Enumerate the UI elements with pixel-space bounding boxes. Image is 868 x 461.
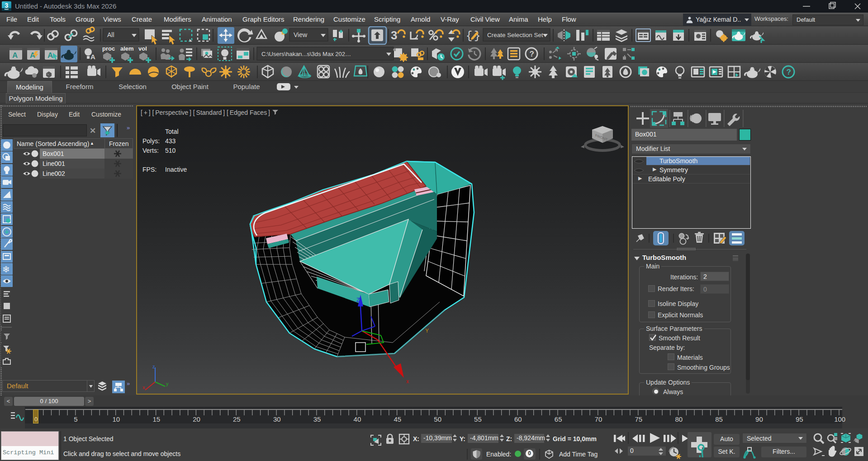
svg-text:vol: vol [138,45,147,52]
svg-text:x: x [406,378,409,385]
svg-text:❄: ❄ [2,264,10,274]
svg-text:95: 95 [796,415,803,423]
svg-text:85: 85 [715,415,723,423]
svg-text:All: All [107,31,114,38]
svg-text:x: x [142,385,145,390]
svg-text:{: { [466,30,472,42]
svg-text:50: 50 [434,415,441,423]
svg-text:»: » [127,380,130,387]
svg-text:?: ? [787,68,791,76]
svg-text:A: A [90,53,95,61]
svg-text:3: 3 [391,28,397,42]
svg-text:100: 100 [834,415,845,423]
svg-text:90: 90 [755,415,763,423]
svg-text:35: 35 [313,415,321,423]
svg-text:65: 65 [555,415,562,423]
svg-text:20: 20 [193,415,200,423]
svg-text:15: 15 [152,415,160,423]
svg-text:alem: alem [120,45,134,52]
svg-text:60: 60 [514,415,522,423]
svg-text:45: 45 [394,415,401,423]
svg-text:5: 5 [74,415,77,423]
svg-text:30: 30 [273,415,281,423]
svg-text:Z: Z [356,297,360,303]
svg-text:C:\Users\hakan...s\3ds Max 202: C:\Users\hakan...s\3ds Max 202… [261,51,351,57]
svg-text:Y: Y [425,328,429,334]
svg-text:View: View [294,31,308,38]
svg-text:proc: proc [102,45,115,52]
svg-text:?: ? [530,50,534,58]
svg-text:75: 75 [635,415,643,423]
svg-text:40: 40 [354,415,361,423]
svg-text:A: A [47,51,53,60]
svg-text:z: z [152,364,155,369]
svg-text:A: A [12,51,18,60]
svg-text:25: 25 [233,415,241,423]
svg-text:y: y [166,381,169,386]
svg-text:55: 55 [474,415,482,423]
svg-text:10: 10 [113,415,120,423]
svg-text:80: 80 [675,415,683,423]
svg-text:Create Selection Set: Create Selection Set [487,32,543,38]
svg-text:70: 70 [595,415,602,423]
